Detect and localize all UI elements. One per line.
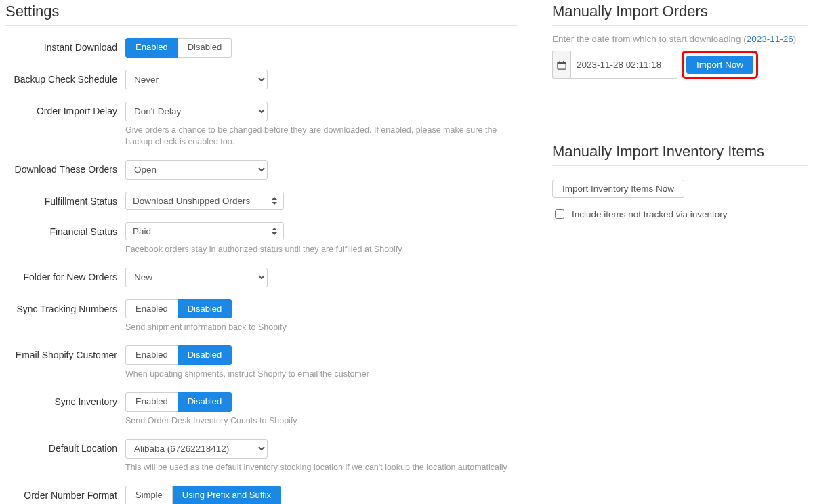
import-now-button[interactable]: Import Now — [686, 56, 753, 74]
toggle-order-number-prefix[interactable]: Using Prefix and Suffix — [173, 486, 281, 504]
toggle-email-customer-disabled[interactable]: Disabled — [178, 345, 232, 365]
help-financial-status: Facebook orders stay in authorized statu… — [125, 244, 518, 255]
help-email-customer: When updating shipments, instruct Shopif… — [125, 369, 518, 380]
help-sync-tracking: Send shipment information back to Shopif… — [125, 322, 518, 333]
select-financial-status[interactable]: Paid — [125, 222, 284, 240]
toggle-sync-tracking[interactable]: Enabled Disabled — [125, 299, 232, 319]
select-backup-check[interactable]: Never — [125, 70, 268, 89]
toggle-instant-download[interactable]: Enabled Disabled — [125, 38, 232, 58]
svg-rect-1 — [558, 62, 566, 64]
import-inventory-heading: Manually Import Inventory Items — [552, 143, 808, 166]
toggle-order-number-format[interactable]: Simple Using Prefix and Suffix — [125, 486, 281, 504]
help-order-import-delay: Give orders a chance to be changed befor… — [125, 125, 518, 148]
svg-rect-3 — [563, 60, 564, 62]
select-order-import-delay[interactable]: Don't Delay — [125, 102, 268, 121]
toggle-sync-inventory-disabled[interactable]: Disabled — [178, 392, 232, 412]
select-folder-new[interactable]: New — [125, 268, 268, 287]
import-orders-desc: Enter the date from which to start downl… — [552, 34, 808, 44]
label-order-import-delay: Order Import Delay — [5, 102, 125, 117]
toggle-email-customer[interactable]: Enabled Disabled — [125, 345, 232, 365]
import-date-input[interactable] — [570, 51, 678, 79]
import-orders-date-link[interactable]: 2023-11-26 — [747, 34, 793, 44]
select-fulfillment-status[interactable]: Download Unshipped Orders — [125, 192, 284, 210]
import-inventory-button[interactable]: Import Inventory Items Now — [552, 180, 684, 198]
toggle-sync-tracking-disabled[interactable]: Disabled — [178, 299, 232, 319]
toggle-instant-download-disabled[interactable]: Disabled — [178, 38, 232, 58]
label-email-customer: Email Shopify Customer — [5, 345, 125, 360]
label-sync-tracking: Sync Tracking Numbers — [5, 299, 125, 314]
settings-heading: Settings — [5, 3, 518, 26]
toggle-sync-tracking-enabled[interactable]: Enabled — [125, 299, 178, 319]
include-untracked-label: Include items not tracked via inventory — [572, 209, 728, 219]
label-download-these: Download These Orders — [5, 160, 125, 175]
help-default-location: This will be used as the default invento… — [125, 462, 518, 474]
toggle-sync-inventory-enabled[interactable]: Enabled — [125, 392, 178, 412]
label-fulfillment-status: Fulfillment Status — [5, 192, 125, 207]
label-instant-download: Instant Download — [5, 38, 125, 53]
label-sync-inventory: Sync Inventory — [5, 392, 125, 407]
label-default-location: Default Location — [5, 439, 125, 454]
label-folder-new: Folder for New Orders — [5, 268, 125, 282]
calendar-icon — [552, 51, 570, 79]
toggle-instant-download-enabled[interactable]: Enabled — [125, 38, 178, 58]
help-sync-inventory: Send Order Desk Inventory Counts to Shop… — [125, 415, 518, 427]
label-order-number-format: Order Number Format — [5, 486, 125, 501]
select-default-location[interactable]: Alibaba (67262218412) — [125, 439, 268, 459]
select-download-these[interactable]: Open — [125, 160, 268, 180]
toggle-sync-inventory[interactable]: Enabled Disabled — [125, 392, 232, 412]
toggle-email-customer-enabled[interactable]: Enabled — [125, 345, 178, 365]
label-financial-status: Financial Status — [5, 222, 125, 237]
toggle-order-number-simple[interactable]: Simple — [125, 486, 173, 504]
label-backup-check: Backup Check Schedule — [5, 70, 125, 85]
import-date-input-group[interactable] — [552, 51, 678, 79]
svg-rect-2 — [560, 60, 560, 62]
import-now-highlight: Import Now — [682, 51, 758, 79]
import-orders-heading: Manually Import Orders — [552, 3, 808, 26]
include-untracked-checkbox[interactable] — [555, 209, 564, 219]
